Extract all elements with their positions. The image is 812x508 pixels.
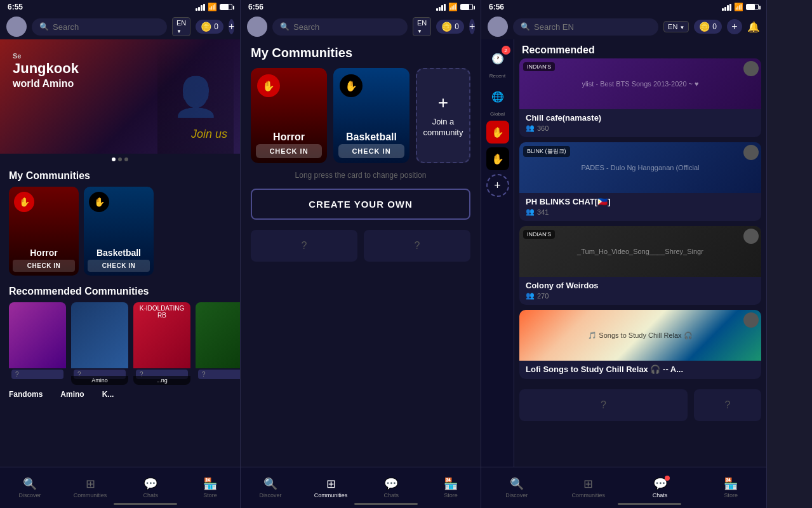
rec-card-1[interactable]: ? — [9, 302, 66, 385]
join-plus-icon: + — [438, 93, 448, 113]
rec-q-badge-1: ? — [11, 370, 63, 379]
nav-communities-1[interactable]: ⊞ Communities — [74, 477, 107, 498]
nav-store-2[interactable]: 🏪 Store — [435, 477, 467, 498]
sidebar-add-button[interactable]: + — [486, 174, 509, 197]
avatar-2[interactable] — [247, 17, 267, 37]
recent-label: Recent — [489, 73, 505, 79]
nav-store-1[interactable]: 🏪 Store — [194, 477, 226, 498]
coin-icon-2: 🪙 — [441, 22, 452, 32]
rec-item-4[interactable]: 🎵 Songs to Study Chill Relax 🎧 Lofi Song… — [519, 310, 761, 379]
rec-item-info-2: PH BLINKS CHAT[🇵🇭] 👥 341 — [519, 193, 761, 221]
search-icon-3: 🔍 — [521, 22, 530, 31]
search-bar-2[interactable]: 🔍 — [272, 18, 408, 36]
rec-item-avatar-2 — [743, 145, 759, 160]
nav-chats-2[interactable]: 💬 Chats — [375, 477, 407, 498]
rec-communities-row-1: ? Amino ? K-IDOLDATING RB ...ng ? ? — [0, 300, 240, 390]
nav-chats-label-3: Chats — [653, 492, 668, 498]
search-icon-1: 🔍 — [39, 22, 49, 31]
discover-icon-3: 🔍 — [510, 477, 524, 491]
time-2: 6:56 — [248, 3, 263, 11]
rec-item-info-4: Lofi Songs to Study Chill Relax 🎧 -- A..… — [519, 361, 761, 379]
add-button-1[interactable]: + — [229, 19, 234, 34]
community-card-basketball-1[interactable]: ✋ Basketball CHECK IN — [84, 187, 154, 276]
bottom-nav-1: 🔍 Discover ⊞ Communities 💬 Chats 🏪 Store — [0, 467, 240, 508]
nav-communities-2[interactable]: ⊞ Communities — [314, 477, 348, 498]
rec-item-img-2: PADES - Dulo Ng Hangganan (Official BLIN… — [519, 142, 761, 193]
nav-store-label-1: Store — [203, 492, 217, 498]
rec-item-avatar-1 — [743, 61, 759, 76]
coin-badge-3: 🪙 0 — [694, 20, 722, 34]
recent-badge: 2 — [502, 46, 510, 55]
search-bar-1[interactable]: 🔍 — [32, 18, 167, 36]
nav-chats-label-2: Chats — [383, 492, 399, 498]
rec-card-2[interactable]: Amino ? — [71, 302, 128, 385]
communities-icon-3: ⊞ — [583, 477, 593, 491]
global-sidebar-item[interactable]: 🌐 Global — [484, 83, 512, 117]
rec-item-bg-3: _Tum_Ho_Video_Song____Shrey_Singr — [519, 226, 761, 277]
search-input-3[interactable] — [534, 22, 651, 32]
signal-icon-2 — [436, 4, 446, 11]
signal-icon-3 — [722, 4, 731, 11]
lang-badge-2[interactable]: EN ▼ — [413, 17, 431, 36]
add-button-3[interactable]: + — [727, 19, 742, 34]
horror-name-2: Horror — [251, 131, 327, 143]
panel-1: 6:55 📶 🔍 EN ▼ 🪙 0 + 🔔 — [0, 0, 241, 508]
rec-item-3[interactable]: _Tum_Ho_Video_Song____Shrey_Singr INDIAN… — [519, 226, 761, 305]
add-button-2[interactable]: + — [469, 19, 475, 34]
nav-discover-2[interactable]: 🔍 Discover — [255, 477, 286, 498]
signal-icon-1 — [196, 4, 205, 11]
rec-item-avatar-3 — [743, 229, 759, 244]
status-bar-3: 6:56 📶 — [481, 0, 766, 14]
lang-badge-1[interactable]: EN ▼ — [172, 17, 190, 36]
battery-icon-3 — [746, 4, 759, 10]
rec-item-img-1: ylist - Best BTS Songs 2013-2020 ~ ♥ IND… — [519, 58, 761, 109]
join-community-card-2[interactable]: + Join a community — [416, 68, 470, 163]
nav-discover-1[interactable]: 🔍 Discover — [14, 477, 46, 498]
community-card-horror-1[interactable]: ✋ Horror CHECK IN — [9, 187, 79, 276]
rec-item-1[interactable]: ylist - Best BTS Songs 2013-2020 ~ ♥ IND… — [519, 58, 761, 137]
battery-icon-2 — [460, 4, 473, 10]
search-bar-3[interactable]: 🔍 — [513, 18, 658, 36]
notification-button-3[interactable]: 🔔 — [747, 21, 760, 33]
lang-badge-3[interactable]: EN ▼ — [663, 21, 689, 32]
rec-item-playing-2: PADES - Dulo Ng Hangganan (Official — [578, 161, 702, 174]
sidebar-horror-icon[interactable]: ✋ — [486, 121, 509, 144]
basketball-checkin-btn-2[interactable]: CHECK IN — [338, 144, 404, 158]
rec-item-tag-2: BLINK (블링크) — [523, 146, 570, 157]
sidebar-basketball-icon[interactable]: ✋ — [486, 147, 509, 170]
avatar-3[interactable] — [488, 17, 508, 37]
nav-chats-1[interactable]: 💬 Chats — [135, 477, 166, 498]
rec-item-count-3: 👥 270 — [526, 291, 755, 300]
chats-badge-3 — [665, 476, 670, 481]
chats-icon-2: 💬 — [384, 477, 398, 491]
rec-item-title-3: Colony of Weirdos — [526, 281, 755, 290]
rec-item-playing-3: _Tum_Ho_Video_Song____Shrey_Singr — [575, 245, 706, 258]
horror-checkin-btn-1[interactable]: CHECK IN — [13, 260, 75, 272]
rec-card-4[interactable]: ? — [196, 302, 240, 385]
rec-item-2[interactable]: PADES - Dulo Ng Hangganan (Official BLIN… — [519, 142, 761, 221]
create-own-button-2[interactable]: CREATE YOUR OWN — [251, 189, 470, 220]
recent-sidebar-item[interactable]: 🕐 2 Recent — [484, 44, 512, 79]
rec-card-3[interactable]: K-IDOLDATING RB ...ng ? — [133, 302, 190, 385]
wifi-icon-3: 📶 — [734, 3, 743, 11]
members-icon-3: 👥 — [526, 291, 535, 300]
my-communities-title-2: My Communities — [241, 39, 481, 63]
nav-discover-label-1: Discover — [18, 492, 41, 498]
search-input-2[interactable] — [293, 22, 400, 32]
basketball-checkin-btn-1[interactable]: CHECK IN — [88, 260, 150, 272]
community-card-horror-2[interactable]: ✋ Horror CHECK IN — [251, 68, 327, 163]
avatar-1[interactable] — [6, 17, 27, 37]
nav-chats-3[interactable]: 💬 Chats — [644, 477, 676, 498]
nav-communities-3[interactable]: ⊞ Communities — [571, 477, 605, 498]
top-bar-3: 🔍 EN ▼ 🪙 0 + 🔔 — [481, 14, 766, 39]
community-card-basketball-2[interactable]: ✋ Basketball CHECK IN — [333, 68, 409, 163]
nav-store-label-2: Store — [444, 492, 458, 498]
coin-icon-3: 🪙 — [699, 22, 710, 32]
search-input-1[interactable] — [53, 22, 159, 32]
recommended-title-1: Recommended Communities — [0, 281, 240, 300]
join-label-2: Join a community — [417, 117, 469, 138]
rec-item-avatar-4 — [743, 312, 759, 328]
horror-checkin-btn-2[interactable]: CHECK IN — [256, 144, 322, 158]
nav-store-3[interactable]: 🏪 Store — [715, 477, 747, 498]
nav-discover-3[interactable]: 🔍 Discover — [501, 477, 533, 498]
